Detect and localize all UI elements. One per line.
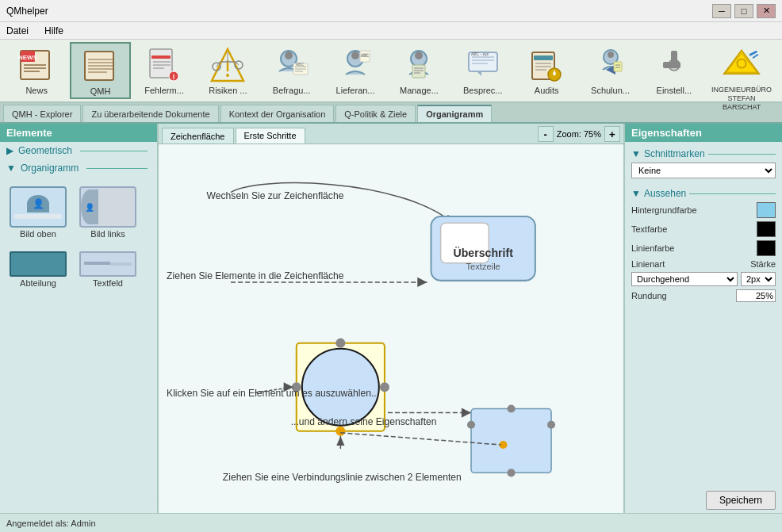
svg-text:...und ändern seine Eigenschaf: ...und ändern seine Eigenschaften: [291, 416, 437, 427]
svg-point-71: [738, 59, 746, 68]
toolbar-news-label: News: [25, 86, 48, 95]
svg-point-85: [380, 382, 389, 392]
app-title: QMhelper: [6, 6, 48, 17]
linienfarbe-swatch[interactable]: [757, 240, 776, 256]
left-panel: Elemente ▶ Geometrisch ▼ Organigramm 👤: [0, 124, 159, 513]
properties-header: Eigenschaften: [625, 124, 782, 142]
textfeld-label: Textfeld: [93, 278, 123, 288]
element-textfeld[interactable]: Textfeld: [76, 248, 140, 291]
svg-text:ABC - xyz: ABC - xyz: [471, 52, 489, 56]
titlebar: QMhelper ─ □ ✕: [0, 0, 782, 22]
save-button[interactable]: Speichern: [706, 491, 776, 510]
aussehen-category: ▼ Aussehen: [631, 188, 776, 199]
svg-point-29: [285, 52, 293, 59]
rundung-input[interactable]: [736, 289, 776, 302]
svg-text:Überschrift: Überschrift: [454, 247, 514, 259]
linienfarbe-label: Linienfarbe: [631, 243, 753, 253]
drawing-tabs: Zeichenfläche Erste Schritte - Zoom: 75%…: [159, 124, 623, 144]
lieferan-icon: ABC: [336, 46, 374, 84]
svg-rect-72: [159, 160, 623, 496]
schnittmarken-select[interactable]: Keine Ja: [631, 163, 776, 178]
tab-organigramm[interactable]: Organigramm: [417, 105, 492, 122]
hintergrundfarbe-swatch[interactable]: [757, 202, 776, 218]
toolbar-manage[interactable]: Manage...: [389, 42, 449, 99]
staerke-select[interactable]: 2px 1px 3px: [741, 272, 776, 286]
toolbar-risiken[interactable]: Risiken ...: [197, 42, 258, 99]
einstell-icon: [655, 46, 693, 84]
prop-line-2: [689, 193, 776, 194]
toolbar: NEWS News QMH: [0, 40, 782, 103]
toolbar-besprec-label: Besprec...: [463, 86, 503, 95]
zoom-label: Zoom: 75%: [557, 129, 601, 139]
window-controls: ─ □ ✕: [712, 4, 776, 18]
element-abteilung[interactable]: Abteilung: [6, 248, 70, 291]
toolbar-audits-label: Audits: [535, 86, 559, 95]
elements-header: Elemente: [0, 124, 157, 142]
svg-point-21: [226, 74, 229, 77]
svg-rect-13: [151, 55, 171, 59]
bild-links-preview: 👤: [79, 186, 136, 228]
tab-zu-uberarbeitende[interactable]: Zu überarbeitende Dokumente: [82, 105, 218, 122]
qmh-icon: [82, 47, 120, 85]
svg-text:ABC: ABC: [296, 62, 305, 67]
svg-rect-12: [150, 49, 172, 78]
svg-text:Textzeile: Textzeile: [466, 262, 500, 271]
toolbar-ingenieur-label: INGENIEURBÜROSTEFAN BARSCHAT: [711, 86, 772, 111]
toolbar-qmh-label: QMH: [90, 86, 111, 96]
linienart-row: Durchgehend Gestrichelt Gepunktet 2px 1p…: [631, 272, 776, 286]
svg-point-83: [302, 349, 379, 426]
menu-datei[interactable]: Datei: [3, 24, 32, 38]
element-bild-oben[interactable]: 👤 Bild oben: [6, 183, 70, 242]
besprec-icon: ABC - xyz: [464, 46, 502, 84]
linienart-header-row: Linienart Stärke: [631, 259, 776, 269]
toolbar-einstell-label: Einstell...: [657, 86, 692, 95]
organigramm-cat-label: Organigramm: [21, 163, 79, 174]
staerke-label: Stärke: [705, 259, 776, 269]
toolbar-risiken-label: Risiken ...: [209, 86, 247, 95]
tab-zeichenflache[interactable]: Zeichenfläche: [162, 128, 234, 144]
hintergrundfarbe-row: Hintergrundfarbe: [631, 202, 776, 218]
toolbar-news[interactable]: NEWS News: [6, 42, 67, 99]
category-organigramm[interactable]: ▼ Organigramm: [0, 159, 157, 177]
zoom-minus-button[interactable]: -: [538, 126, 554, 142]
toolbar-fehlerm[interactable]: ! Fehlerm...: [134, 42, 194, 99]
linienart-label: Linienart: [631, 259, 702, 269]
toolbar-schulun[interactable]: Schulun...: [580, 42, 640, 99]
schnittmarken-category: ▼ Schnittmarken: [631, 148, 776, 159]
geometrisch-label: Geometrisch: [18, 145, 72, 156]
category-geometrisch[interactable]: ▶ Geometrisch: [0, 142, 157, 159]
news-icon: NEWS: [17, 46, 56, 84]
textfarbe-swatch[interactable]: [757, 221, 776, 237]
svg-point-61: [608, 52, 614, 58]
toolbar-audits[interactable]: Audits: [516, 42, 577, 99]
tab-qmh-explorer[interactable]: QMH - Explorer: [3, 105, 81, 122]
toolbar-lieferan[interactable]: ABC Lieferan...: [325, 42, 385, 99]
tab-kontext[interactable]: Kontext der Organisation: [220, 105, 335, 122]
geometrisch-icon: ▶: [6, 145, 13, 156]
category-line: [80, 151, 148, 151]
tab-q-politik[interactable]: Q-Politik & Ziele: [335, 105, 416, 122]
toolbar-einstell[interactable]: Einstell...: [644, 42, 704, 99]
svg-rect-63: [614, 62, 622, 71]
schnittmarken-section: ▼ Schnittmarken Keine Ja: [625, 142, 782, 182]
minimize-button[interactable]: ─: [712, 4, 731, 18]
abteilung-preview: [10, 251, 67, 277]
toolbar-besprec[interactable]: ABC - xyz Besprec...: [453, 42, 513, 99]
abteilung-label: Abteilung: [20, 278, 56, 288]
canvas-svg[interactable]: Wechseln Sie zur Zeichenfläche Überschri…: [159, 144, 623, 513]
toolbar-qmh[interactable]: QMH: [70, 42, 130, 99]
linienart-select[interactable]: Durchgehend Gestrichelt Gepunktet: [631, 272, 738, 286]
audits-icon: [527, 46, 565, 84]
menu-hilfe[interactable]: Hilfe: [41, 24, 67, 38]
svg-point-86: [335, 339, 345, 348]
zoom-plus-button[interactable]: +: [604, 126, 620, 142]
maximize-button[interactable]: □: [734, 4, 753, 18]
tab-erste-schritte[interactable]: Erste Schritte: [236, 128, 305, 144]
svg-point-36: [351, 52, 359, 59]
close-button[interactable]: ✕: [757, 4, 776, 18]
toolbar-befragu[interactable]: ABC Befragu...: [262, 42, 322, 99]
toolbar-manage-label: Manage...: [400, 86, 439, 95]
rundung-label: Rundung: [631, 291, 733, 300]
manage-icon: [400, 46, 438, 84]
element-bild-links[interactable]: 👤 Bild links: [76, 183, 140, 242]
